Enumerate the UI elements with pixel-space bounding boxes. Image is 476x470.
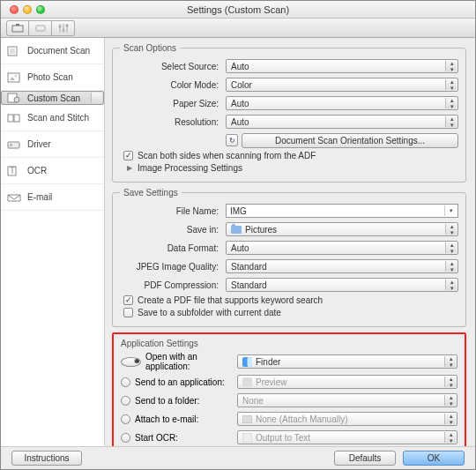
resolution-label: Resolution:: [120, 117, 226, 127]
pdf-keyword-checkbox[interactable]: Create a PDF file that supports keyword …: [123, 295, 458, 305]
svg-point-15: [15, 74, 18, 77]
ocr-icon: T: [6, 165, 22, 177]
svg-rect-0: [12, 26, 23, 32]
svg-rect-28: [242, 433, 252, 443]
checkbox-icon: [123, 151, 133, 160]
svg-text:T: T: [10, 166, 15, 175]
sidebar: Document Scan Photo Scan Custom Scan Sca…: [1, 38, 105, 448]
open-with-dropdown[interactable]: Finder▴▾: [237, 354, 457, 369]
footer: Instructions Defaults OK: [1, 446, 475, 469]
sidebar-item-email[interactable]: E-mail: [1, 184, 104, 211]
color-mode-dropdown[interactable]: Color▴▾: [226, 78, 458, 92]
pdf-compression-label: PDF Compression:: [120, 280, 226, 290]
checkbox-icon: [123, 295, 133, 305]
sidebar-item-scan-and-stitch[interactable]: Scan and Stitch: [1, 105, 104, 131]
disclosure-triangle-icon: ▶: [127, 164, 132, 172]
sidebar-item-photo-scan[interactable]: Photo Scan: [1, 64, 104, 91]
paper-size-label: Paper Size:: [120, 99, 226, 108]
toolbar-scan-from-panel[interactable]: [29, 20, 52, 36]
send-to-folder-dropdown[interactable]: None▴▾: [237, 393, 457, 407]
paper-size-dropdown[interactable]: Auto▴▾: [226, 96, 458, 110]
toolbar-general-settings[interactable]: [52, 20, 75, 36]
svg-rect-13: [8, 73, 19, 82]
scan-options-group: Scan Options Select Source: Auto▴▾ Color…: [112, 43, 466, 183]
pdf-compression-dropdown[interactable]: Standard▴▾: [226, 278, 458, 292]
svg-point-8: [65, 24, 68, 26]
toolbar: [1, 19, 475, 38]
radio-icon: [121, 396, 130, 406]
sidebar-item-label: Document Scan: [27, 46, 90, 56]
svg-rect-20: [8, 142, 19, 148]
instructions-button[interactable]: Instructions: [11, 451, 82, 466]
content-pane: Scan Options Select Source: Auto▴▾ Color…: [105, 38, 475, 448]
sidebar-item-custom-scan[interactable]: Custom Scan: [1, 91, 104, 105]
sidebar-item-driver[interactable]: Driver: [1, 131, 104, 158]
svg-rect-21: [10, 144, 12, 146]
photo-icon: [6, 71, 22, 84]
send-to-folder-radio[interactable]: Send to a folder:: [121, 396, 237, 406]
start-ocr-radio[interactable]: Start OCR:: [121, 433, 237, 443]
window-title: Settings (Custom Scan): [1, 1, 475, 19]
ok-button[interactable]: OK: [403, 451, 465, 466]
sidebar-item-ocr[interactable]: T OCR: [1, 158, 104, 184]
application-settings-group: Application Settings Open with an applic…: [112, 332, 466, 448]
sidebar-item-label: Photo Scan: [27, 72, 73, 82]
attach-email-radio[interactable]: Attach to e-mail:: [121, 414, 237, 424]
orientation-settings-button[interactable]: Document Scan Orientation Settings...: [242, 133, 458, 148]
toolbar-scan-from-computer[interactable]: [6, 20, 29, 36]
svg-point-6: [58, 25, 61, 27]
folder-icon: [231, 226, 242, 234]
svg-rect-1: [16, 24, 19, 26]
sidebar-item-label: Custom Scan: [27, 93, 80, 103]
open-with-radio[interactable]: Open with an application:: [121, 352, 237, 371]
save-in-dropdown[interactable]: Pictures▴▾: [226, 222, 458, 236]
sidebar-item-document-scan[interactable]: Document Scan: [1, 38, 104, 64]
application-settings-legend: Application Settings: [121, 339, 457, 348]
jpeg-quality-label: JPEG Image Quality:: [120, 262, 226, 272]
window: Settings (Custom Scan) Document Scan Pho…: [0, 0, 476, 470]
sidebar-item-label: E-mail: [27, 192, 52, 202]
stitch-icon: [6, 112, 22, 124]
svg-point-7: [62, 28, 64, 31]
rotate-icon[interactable]: ↻: [226, 134, 238, 146]
svg-rect-27: [242, 415, 252, 423]
attach-email-dropdown[interactable]: None (Attach Manually)▴▾: [237, 412, 457, 426]
driver-icon: [6, 138, 22, 151]
svg-rect-25: [248, 357, 253, 367]
sidebar-item-label: Driver: [27, 139, 51, 149]
sidebar-item-label: Scan and Stitch: [27, 113, 89, 123]
adf-both-sides-checkbox[interactable]: Scan both sides when scanning from the A…: [123, 151, 458, 160]
defaults-button[interactable]: Defaults: [334, 451, 396, 466]
data-format-dropdown[interactable]: Auto▴▾: [226, 241, 458, 255]
resolution-dropdown[interactable]: Auto▴▾: [226, 115, 458, 129]
radio-icon: [121, 377, 130, 387]
start-ocr-dropdown[interactable]: Output to Text▴▾: [237, 430, 457, 444]
traffic-lights: [10, 5, 45, 14]
finder-icon: [242, 357, 252, 367]
close-icon[interactable]: [10, 5, 19, 14]
preview-icon: [242, 377, 252, 387]
checkbox-icon: [123, 308, 133, 317]
save-settings-legend: Save Settings: [120, 188, 182, 198]
email-icon: [6, 191, 22, 204]
svg-point-17: [14, 97, 19, 102]
dropdown-arrow-icon: ▾: [444, 205, 457, 216]
subfolder-checkbox[interactable]: Save to a subfolder with current date: [123, 308, 458, 317]
send-to-app-radio[interactable]: Send to an application:: [121, 377, 237, 387]
svg-rect-19: [14, 115, 19, 122]
svg-rect-2: [36, 26, 45, 31]
mail-icon: [242, 414, 252, 424]
send-to-app-dropdown[interactable]: Preview▴▾: [237, 375, 457, 389]
zoom-icon[interactable]: [36, 5, 45, 14]
save-in-label: Save in:: [120, 225, 226, 235]
document-icon: [6, 45, 22, 57]
scan-options-legend: Scan Options: [120, 43, 180, 53]
select-source-dropdown[interactable]: Auto▴▾: [226, 59, 458, 73]
image-processing-disclosure[interactable]: ▶ Image Processing Settings: [127, 163, 458, 173]
radio-icon: [121, 433, 130, 443]
jpeg-quality-dropdown[interactable]: Standard▴▾: [226, 259, 458, 273]
custom-icon: [6, 92, 22, 104]
file-name-input[interactable]: IMG▾: [226, 204, 458, 218]
svg-rect-26: [242, 377, 252, 387]
minimize-icon[interactable]: [23, 5, 32, 14]
